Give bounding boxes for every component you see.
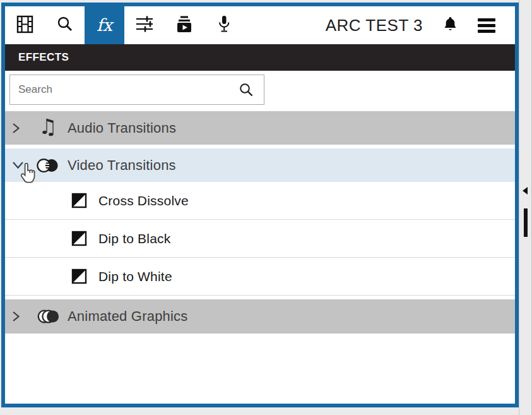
export-video-icon (175, 15, 194, 36)
panel-header: EFFECTS (5, 44, 515, 71)
tree-group-video-transitions[interactable]: Video Transitions (5, 148, 515, 182)
record-audio-button[interactable] (204, 6, 244, 44)
notifications-button[interactable] (432, 6, 468, 44)
diagonal-split-square-icon (71, 193, 87, 208)
tree-item-cross-dissolve[interactable]: Cross Dissolve (5, 182, 515, 220)
video-transition-icon (37, 156, 59, 175)
panel-header-label: EFFECTS (18, 51, 69, 64)
project-title: ARC TEST 3 (326, 16, 423, 35)
scrollbar-thumb[interactable] (524, 208, 528, 237)
search-icon (56, 15, 74, 35)
tree-group-animated-graphics[interactable]: Animated Graphics (5, 299, 515, 334)
filmstrip-icon (16, 15, 33, 36)
chevron-right-icon[interactable] (11, 122, 27, 135)
item-label: Dip to White (98, 269, 172, 284)
effects-panel-window: fx (1, 3, 519, 407)
diagonal-split-square-icon (71, 268, 87, 284)
toolbar-spacer (244, 6, 326, 44)
toolbar-right-pad (505, 6, 515, 44)
microphone-icon (216, 15, 232, 36)
animated-graphics-icon (37, 307, 59, 326)
sliders-icon (135, 15, 154, 36)
music-note-icon: ♫ (37, 117, 59, 138)
item-label: Cross Dissolve (98, 193, 189, 208)
search-input[interactable] (10, 83, 239, 96)
effects-tab-button[interactable]: fx (85, 6, 124, 44)
chevron-down-icon[interactable] (11, 160, 27, 170)
group-label: Video Transitions (68, 157, 176, 174)
tree-group-audio-transitions[interactable]: ♫ Audio Transitions (5, 111, 515, 145)
collapse-panel-arrow-icon[interactable] (523, 187, 528, 195)
group-label: Audio Transitions (68, 120, 176, 136)
media-library-button[interactable] (5, 6, 45, 44)
item-label: Dip to Black (98, 231, 170, 246)
diagonal-split-square-icon (71, 231, 87, 246)
effects-tree: ♫ Audio Transitions (5, 111, 515, 334)
export-button[interactable] (164, 6, 204, 44)
top-toolbar: fx (5, 6, 515, 44)
fx-icon: fx (97, 16, 112, 33)
hamburger-icon (478, 18, 495, 33)
outer-scrollbar-gutter (519, 0, 532, 415)
chevron-right-icon[interactable] (11, 310, 27, 323)
menu-button[interactable] (468, 6, 505, 44)
search-tool-button[interactable] (45, 6, 85, 44)
bell-icon (442, 16, 459, 35)
tree-item-dip-to-white[interactable]: Dip to White (5, 258, 515, 296)
adjustments-button[interactable] (124, 6, 164, 44)
group-label: Animated Graphics (68, 308, 188, 325)
video-transitions-children: Cross Dissolve Dip to Black (5, 182, 515, 296)
tree-item-dip-to-black[interactable]: Dip to Black (5, 220, 515, 258)
search-submit-icon[interactable] (239, 82, 254, 98)
effects-search-box (9, 75, 264, 105)
